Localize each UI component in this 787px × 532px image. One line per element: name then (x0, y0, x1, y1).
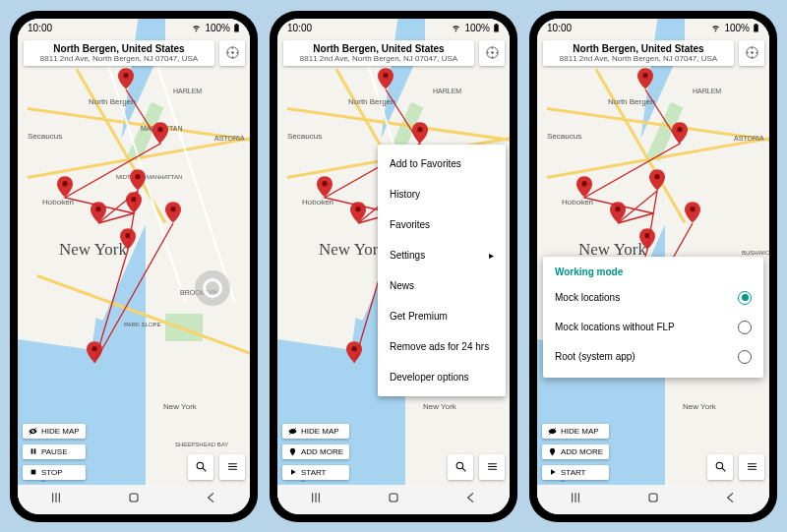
wifi-icon (191, 24, 202, 32)
svg-rect-16 (30, 470, 35, 475)
svg-rect-49 (649, 494, 657, 502)
map-pin[interactable] (637, 68, 653, 89)
menu-item-favorites[interactable]: Favorites (378, 209, 506, 240)
home-button[interactable] (645, 490, 661, 509)
pause-button[interactable]: PAUSE (23, 444, 86, 459)
svg-point-45 (751, 51, 754, 54)
menu-button[interactable] (219, 454, 245, 480)
add-pin-icon (288, 447, 297, 456)
map-pin[interactable] (57, 176, 73, 198)
add-more-button[interactable]: ADD MORE (542, 444, 609, 459)
svg-point-40 (654, 174, 659, 179)
svg-rect-15 (33, 448, 35, 453)
recents-button[interactable] (568, 490, 583, 509)
start-button[interactable]: START (282, 465, 349, 480)
map-pin[interactable] (126, 192, 142, 213)
search-button[interactable] (707, 454, 733, 480)
back-button[interactable] (204, 490, 219, 509)
compass-button[interactable] (739, 40, 764, 66)
menu-item-developer[interactable]: Developer options (378, 362, 506, 392)
menu-button[interactable] (739, 454, 764, 480)
status-time: 10:00 (28, 23, 52, 33)
svg-point-17 (197, 462, 204, 469)
svg-point-43 (644, 233, 649, 238)
map-pin[interactable] (317, 176, 333, 198)
location-card[interactable]: North Bergen, United States 8811 2nd Ave… (283, 40, 474, 66)
map-pin[interactable] (91, 202, 106, 223)
svg-point-37 (642, 73, 647, 78)
menu-button[interactable] (479, 454, 505, 480)
map-pin[interactable] (152, 122, 168, 144)
recents-button[interactable] (48, 490, 64, 509)
menu-item-settings[interactable]: Settings▸ (378, 240, 506, 270)
phone-2: 10:00 100% North Bergen Secaucus Hoboken… (270, 11, 517, 522)
compass-button[interactable] (479, 40, 505, 66)
location-card[interactable]: North Bergen, United States 8811 2nd Ave… (24, 40, 214, 66)
svg-rect-21 (495, 24, 497, 25)
status-battery: 100% (464, 23, 490, 33)
menu-item-remove-ads[interactable]: Remove ads for 24 hrs (378, 331, 506, 362)
recenter-button[interactable] (195, 270, 230, 306)
hide-map-button[interactable]: HIDE MAP (282, 424, 349, 439)
add-more-button[interactable]: ADD MORE (282, 444, 349, 459)
compass-button[interactable] (219, 40, 245, 66)
map-pin[interactable] (350, 202, 366, 223)
hide-map-button[interactable]: HIDE MAP (542, 424, 609, 439)
svg-line-33 (462, 468, 465, 471)
home-button[interactable] (126, 490, 142, 509)
map-pin[interactable] (412, 122, 428, 144)
svg-point-24 (322, 181, 327, 186)
svg-point-22 (383, 73, 388, 78)
svg-point-8 (170, 207, 175, 211)
search-button[interactable] (188, 454, 213, 480)
svg-line-48 (722, 468, 725, 471)
hide-map-button[interactable]: HIDE MAP (23, 424, 86, 439)
city-label: New York (319, 240, 387, 260)
map-pin[interactable] (649, 169, 665, 191)
menu-item-history[interactable]: History (378, 179, 506, 209)
start-button[interactable]: START (542, 465, 609, 480)
svg-rect-14 (30, 448, 32, 453)
svg-point-5 (135, 174, 140, 179)
map-pin[interactable] (120, 228, 136, 250)
stop-button[interactable]: STOP (23, 465, 86, 480)
location-card[interactable]: North Bergen, United States 8811 2nd Ave… (543, 40, 734, 66)
option-mock-locations-no-flp[interactable]: Mock locations without FLP (555, 313, 752, 342)
map-pin[interactable] (130, 169, 146, 191)
map-pin[interactable] (378, 68, 394, 89)
map-pin[interactable] (87, 341, 102, 363)
menu-item-add-favorites[interactable]: Add to Favorites (378, 148, 506, 179)
location-title: North Bergen, United States (30, 43, 209, 54)
map-pin[interactable] (610, 202, 626, 223)
map-pin[interactable] (685, 202, 700, 223)
battery-icon (753, 24, 759, 32)
status-bar: 10:00 100% (277, 19, 510, 38)
location-subtitle: 8811 2nd Ave, North Bergen, NJ 07047, US… (30, 54, 209, 63)
dialog-title: Working mode (555, 266, 752, 277)
map-pin[interactable] (346, 341, 362, 363)
map-pin[interactable] (672, 122, 688, 144)
svg-rect-19 (130, 494, 138, 502)
svg-point-30 (491, 51, 494, 54)
svg-point-3 (157, 127, 162, 132)
menu-item-news[interactable]: News (378, 270, 506, 301)
wifi-icon (710, 24, 721, 32)
map-pin[interactable] (118, 68, 134, 89)
back-button[interactable] (723, 490, 739, 509)
map-pin[interactable] (639, 228, 655, 250)
home-button[interactable] (386, 490, 401, 509)
map-pin[interactable] (165, 202, 181, 223)
pause-icon (29, 447, 37, 456)
radio-icon (738, 291, 752, 305)
svg-point-41 (690, 207, 695, 211)
option-mock-locations[interactable]: Mock locations (555, 283, 752, 313)
back-button[interactable] (463, 490, 479, 509)
search-button[interactable] (448, 454, 473, 480)
map-pin[interactable] (576, 176, 592, 198)
svg-point-26 (355, 207, 360, 211)
stop-icon (29, 468, 37, 477)
status-bar: 10:00 100% (18, 19, 250, 38)
menu-item-premium[interactable]: Get Premium (378, 301, 506, 331)
option-root[interactable]: Root (system app) (555, 342, 752, 372)
recents-button[interactable] (308, 490, 324, 509)
